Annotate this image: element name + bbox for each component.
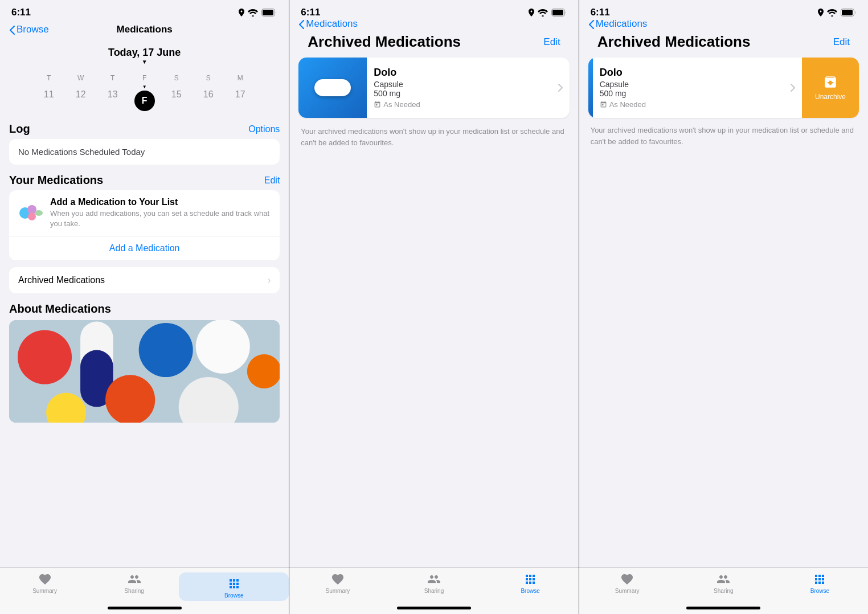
cal-circle-1[interactable]: 12 [71,84,91,105]
about-section: About Medications [9,302,280,423]
svg-point-15 [247,354,280,388]
tab-sharing-label-1: Sharing [124,588,144,594]
sharing-icon [128,572,141,586]
svg-point-11 [196,320,250,374]
svg-point-10 [139,323,193,377]
tab-summary-label-2: Summary [325,588,350,594]
unarchive-icon [823,75,838,89]
dolo-type-2: Capsule [374,80,551,89]
dolo-card-image-strip [588,58,593,118]
archived-scroll-3[interactable]: Archived Medications Edit Dolo Capsule 5… [579,28,868,614]
cal-day-3[interactable]: F ▼ F [130,74,159,111]
log-section: Log Options No Medications Scheduled Tod… [9,122,280,165]
tab-sharing-label-3: Sharing [714,588,733,594]
back-chevron-icon-2 [298,20,304,29]
cal-day-2[interactable]: T 13 [98,74,128,111]
home-indicator-1 [108,607,182,609]
archived-row[interactable]: Archived Medications › [9,267,280,293]
edit-button[interactable]: Edit [264,175,280,186]
location-icon-3 [818,9,824,17]
status-icons-3 [818,9,857,17]
archived-edit-button-3[interactable]: Edit [833,36,850,48]
unarchive-label: Unarchive [815,93,846,101]
cal-circle-6[interactable]: 17 [230,84,251,105]
archived-edit-button-2[interactable]: Edit [543,36,560,48]
status-bar-2: 6:11 [289,0,578,21]
back-chevron-icon [9,26,15,35]
scroll-content-1[interactable]: Today, 17 June ▼ T 11 W 12 T 13 F ▼ F [0,40,289,614]
back-label-2: Medications [306,18,358,30]
tab-summary-2[interactable]: Summary [289,572,386,594]
tab-summary-label-1: Summary [32,588,57,594]
dolo-dose-2: 500 mg [374,89,551,98]
back-button-medications-2[interactable]: Medications [298,18,358,30]
tab-browse-1[interactable]: Browse [179,572,289,601]
wifi-icon [248,9,258,17]
add-med-info: Add a Medication to Your List When you a… [50,197,271,229]
back-label: Browse [17,24,49,35]
tab-browse-2[interactable]: Browse [482,572,579,594]
dolo-card-swipe-container[interactable]: Dolo Capsule 500 mg As Needed [588,58,859,118]
svg-point-5 [35,210,43,216]
dolo-schedule-3: As Needed [600,100,784,109]
cal-day-1[interactable]: W 12 [66,74,96,111]
calendar-icon-3 [600,101,607,108]
cal-circle-0[interactable]: 11 [39,84,59,105]
cal-label-4: S [174,74,179,82]
panel-archived: 6:11 Medications Archived M [289,0,578,614]
tab-browse-3[interactable]: Browse [772,572,868,594]
browse-icon-3 [813,572,826,586]
archived-page-title-3: Archived Medications [597,33,751,51]
dolo-card-2[interactable]: Dolo Capsule 500 mg As Needed [298,58,569,118]
cal-circle-4[interactable]: 15 [166,84,187,105]
cal-circle-2[interactable]: 13 [103,84,123,105]
dolo-chevron-3 [791,58,802,118]
browse-icon-1 [227,577,241,591]
tab-browse-label-2: Browse [521,588,539,594]
date-header: Today, 17 June ▼ [0,40,289,69]
cal-circle-5[interactable]: 16 [198,84,219,105]
svg-point-7 [18,330,72,384]
dolo-card-3[interactable]: Dolo Capsule 500 mg As Needed [588,58,802,118]
your-meds-title: Your Medications [9,174,103,187]
tab-sharing-2[interactable]: Sharing [386,572,482,594]
wifi-icon-2 [538,9,548,17]
summary-icon-2 [331,572,345,586]
add-medication-button[interactable]: Add a Medication [9,236,280,260]
archived-scroll-2[interactable]: Archived Medications Edit Dolo Capsule 5… [289,28,578,614]
cal-label-6: M [238,74,243,82]
pills-icon [18,199,43,227]
summary-icon-3 [620,572,634,586]
back-button-browse[interactable]: Browse [9,24,49,35]
cal-label-0: T [47,74,51,82]
archived-page-header-3: Archived Medications Edit [588,28,859,58]
status-time-1: 6:11 [11,7,31,18]
dolo-chevron-2 [558,58,570,118]
cal-label-2: T [110,74,114,82]
tab-summary-1[interactable]: Summary [0,572,89,594]
options-button[interactable]: Options [248,124,280,134]
browse-icon-2 [523,572,537,586]
chevron-right-icon-3 [791,84,795,92]
cal-day-5[interactable]: S 16 [194,74,223,111]
back-label-3: Medications [596,18,648,30]
unarchive-button[interactable]: Unarchive [802,58,859,118]
cal-day-4[interactable]: S 15 [162,74,191,111]
svg-rect-1 [263,10,273,15]
pill-image-2 [314,79,351,96]
cal-day-6[interactable]: M 17 [226,74,255,111]
home-indicator-3 [686,607,760,609]
tab-summary-3[interactable]: Summary [579,572,675,594]
calendar-row[interactable]: T 11 W 12 T 13 F ▼ F S 15 [0,69,289,116]
tab-sharing-1[interactable]: Sharing [89,572,179,594]
status-icons-2 [529,9,567,17]
back-button-medications-3[interactable]: Medications [588,18,648,30]
tab-summary-label-3: Summary [615,588,640,594]
panel-archived-swipe: 6:11 Medications Archived M [579,0,868,614]
archived-page-title-2: Archived Medications [308,33,461,51]
cal-day-0[interactable]: T 11 [34,74,64,111]
tab-sharing-3[interactable]: Sharing [675,572,772,594]
tab-browse-label-3: Browse [810,588,829,594]
dolo-card-info-3: Dolo Capsule 500 mg As Needed [593,58,791,118]
cal-circle-today[interactable]: F [134,91,155,111]
